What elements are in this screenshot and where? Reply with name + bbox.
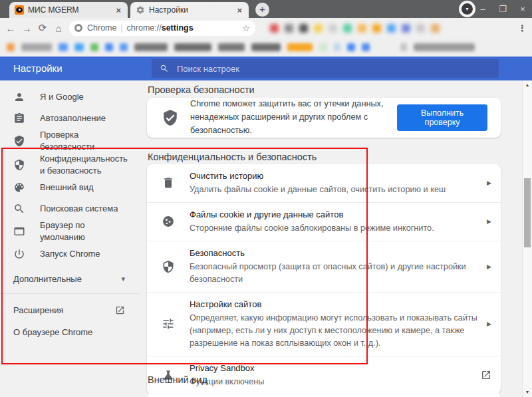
bookmarks-bar	[0, 38, 532, 57]
restore-button[interactable]: ❐	[497, 4, 508, 14]
search-icon	[13, 202, 27, 215]
settings-main: Проверка безопасности Chrome поможет защ…	[140, 80, 522, 397]
privacy-card: Очистить историю Удалить файлы cookie и …	[147, 164, 501, 394]
scroll-down-icon[interactable]: ▼	[523, 388, 532, 397]
sidebar-item-about-chrome[interactable]: О браузере Chrome	[0, 321, 140, 343]
extension-icon[interactable]	[285, 24, 293, 33]
bookmarks-overflow[interactable]	[414, 43, 475, 51]
chevron-right-icon: ▶	[487, 263, 491, 270]
back-button[interactable]: ←	[3, 23, 19, 34]
bookmark-item[interactable]	[7, 43, 15, 51]
bookmark-item[interactable]	[218, 43, 245, 51]
settings-sidebar: Я и Google Автозаполнение Проверка безоп…	[0, 80, 140, 397]
reload-button[interactable]: ⟳	[35, 22, 51, 34]
extension-icon[interactable]	[372, 24, 381, 33]
extension-icon[interactable]	[402, 24, 410, 33]
new-tab-button[interactable]: +	[255, 3, 269, 17]
sidebar-item-default-browser[interactable]: Браузер по умолчанию	[0, 219, 140, 243]
tab-title: Настройки	[149, 5, 231, 15]
home-button[interactable]: ⌂	[51, 23, 66, 34]
sidebar-item-search-engine[interactable]: Поисковая система	[0, 198, 140, 219]
extension-icon[interactable]	[343, 24, 352, 33]
sidebar-item-startup[interactable]: Запуск Chrome	[0, 243, 140, 265]
bookmark-item[interactable]	[251, 43, 281, 51]
tune-icon	[162, 317, 175, 331]
sidebar-advanced-toggle[interactable]: Дополнительные ▾	[0, 267, 140, 291]
bookmark-star-icon[interactable]: ☆	[242, 23, 250, 33]
bookmark-item[interactable]	[120, 43, 128, 51]
run-safety-check-button[interactable]: Выполнить проверку	[397, 104, 487, 131]
forward-button[interactable]: →	[19, 23, 35, 34]
browser-window: МИС MGERM × Настройки × + ▼ – ❐ × ← → ⟳ …	[0, 0, 532, 397]
settings-content: Я и Google Автозаполнение Проверка безоп…	[0, 80, 532, 397]
safety-check-description: Chrome поможет защитить вас от утечки да…	[190, 98, 397, 137]
url-text: chrome://settings	[127, 23, 194, 33]
close-window-button[interactable]: ×	[517, 4, 528, 14]
sidebar-item-appearance[interactable]: Внешний вид	[0, 177, 140, 198]
bookmark-item[interactable]	[59, 43, 68, 51]
external-link-icon	[115, 305, 125, 315]
shield-half-icon	[162, 260, 175, 273]
extensions-area	[270, 24, 440, 33]
bookmark-item[interactable]	[90, 43, 98, 51]
scroll-up-icon[interactable]: ▲	[523, 80, 532, 90]
extension-icon[interactable]	[358, 24, 366, 33]
site-info-icon[interactable]	[74, 24, 82, 32]
sidebar-item-safety-check[interactable]: Проверка безопасности	[0, 129, 140, 153]
shield-half-icon	[13, 158, 27, 172]
appearance-card	[147, 392, 501, 397]
shield-check-icon	[13, 134, 27, 148]
clipboard-icon	[13, 112, 27, 125]
extension-icon[interactable]	[431, 24, 440, 33]
search-input[interactable]	[176, 63, 491, 74]
bookmark-item[interactable]	[174, 43, 211, 51]
extension-icon[interactable]	[329, 24, 337, 33]
power-icon	[13, 247, 27, 261]
tab-settings[interactable]: Настройки ×	[130, 2, 249, 18]
sidebar-item-people[interactable]: Я и Google	[0, 86, 140, 108]
settings-search[interactable]	[152, 59, 499, 78]
bookmark-item[interactable]	[105, 43, 113, 51]
extension-icon[interactable]	[416, 24, 425, 33]
sidebar-item-extensions[interactable]: Расширения	[0, 299, 140, 321]
extension-icon[interactable]	[270, 24, 279, 33]
row-site-settings[interactable]: Настройки сайтов Определяет, какую инфор…	[147, 292, 501, 356]
sidebar-item-privacy[interactable]: Конфиденциальность и безопасность	[0, 153, 140, 177]
browser-icon	[13, 225, 27, 238]
trash-icon	[162, 176, 175, 190]
bookmark-item[interactable]	[400, 43, 407, 51]
cookie-icon	[162, 215, 175, 228]
bookmark-item[interactable]	[334, 43, 340, 51]
close-tab-icon[interactable]: ×	[114, 5, 122, 15]
chevron-right-icon: ▶	[487, 180, 491, 186]
close-tab-icon[interactable]: ×	[235, 5, 243, 15]
page-title: Настройки	[13, 63, 63, 74]
safety-check-heading: Проверка безопасности	[148, 84, 255, 95]
search-icon	[160, 64, 169, 73]
extension-icon[interactable]	[387, 24, 396, 33]
bookmark-item[interactable]	[134, 43, 168, 51]
shield-check-icon	[162, 109, 179, 126]
tab-mis-mgerm[interactable]: МИС MGERM ×	[9, 2, 128, 18]
recording-indicator-icon: ▼	[459, 1, 475, 17]
row-security[interactable]: Безопасность Безопасный просмотр (защита…	[147, 241, 501, 292]
row-clear-browsing-data[interactable]: Очистить историю Удалить файлы cookie и …	[147, 164, 501, 202]
browser-menu-icon[interactable]: ⋮	[518, 23, 527, 33]
scrollbar[interactable]: ▲ ▼	[522, 80, 532, 397]
bookmark-item[interactable]	[21, 43, 52, 51]
row-cookies[interactable]: Файлы cookie и другие данные сайтов Стор…	[147, 202, 501, 241]
extension-icon[interactable]	[299, 24, 308, 33]
chevron-right-icon: ▶	[487, 321, 491, 327]
bookmark-item[interactable]	[362, 43, 370, 51]
sidebar-item-autofill[interactable]: Автозаполнение	[0, 108, 140, 129]
tab-title: МИС MGERM	[28, 5, 110, 15]
mgerm-favicon-icon	[15, 5, 24, 15]
address-bar[interactable]: Chrome | chrome://settings ☆	[69, 21, 255, 36]
scrollbar-thumb[interactable]	[524, 178, 531, 247]
extension-icon[interactable]	[314, 24, 323, 33]
bookmark-item[interactable]	[287, 43, 313, 51]
bookmark-item[interactable]	[319, 43, 327, 51]
minimize-button[interactable]: –	[477, 4, 488, 14]
bookmark-item[interactable]	[74, 43, 84, 51]
bookmark-item[interactable]	[347, 43, 355, 51]
